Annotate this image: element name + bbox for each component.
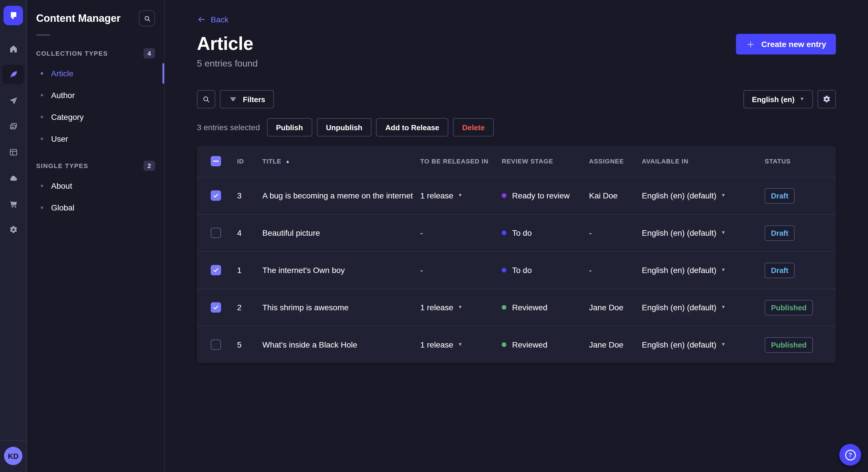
nav-marketplace-icon[interactable]: [2, 194, 24, 213]
chevron-down-icon: ▼: [721, 193, 725, 198]
bullet-icon: [41, 72, 43, 74]
filters-button[interactable]: Filters: [220, 90, 274, 108]
bullet-icon: [41, 116, 43, 118]
create-new-entry-button[interactable]: Create new entry: [736, 34, 836, 55]
nav-home-icon[interactable]: [2, 39, 24, 59]
cell-review-stage: To do: [502, 228, 589, 237]
nav-deploy-icon[interactable]: [2, 168, 24, 188]
nav-rail: KD: [0, 0, 27, 472]
nav-releases-icon[interactable]: [2, 91, 24, 110]
settings-button[interactable]: [817, 90, 836, 108]
cell-available-in[interactable]: English (en) (default)▼: [642, 191, 765, 200]
cell-assignee: Jane Doe: [589, 340, 642, 349]
sidebar-item-article[interactable]: Article: [34, 64, 157, 82]
add-to-release-button[interactable]: Add to Release: [376, 118, 448, 136]
subnav-sections: COLLECTION TYPES 4 ArticleAuthorCategory…: [27, 48, 164, 217]
bullet-icon: [41, 94, 43, 96]
cell-review-stage: Reviewed: [502, 303, 589, 312]
stage-dot-icon: [502, 342, 506, 347]
row-checkbox[interactable]: [211, 191, 221, 201]
indeterminate-dash-icon: [213, 161, 219, 162]
avatar[interactable]: KD: [4, 447, 22, 465]
cell-to-be-released-in[interactable]: 1 release▼: [420, 303, 502, 312]
nav-content-type-builder-icon[interactable]: [2, 142, 24, 162]
entries-count: 5 entries found: [197, 59, 258, 69]
divider: [36, 34, 50, 36]
nav-media-library-icon[interactable]: [2, 116, 24, 136]
cell-id: 4: [237, 228, 262, 237]
locale-select[interactable]: English (en) ▼: [743, 90, 813, 108]
row-checkbox[interactable]: [211, 265, 221, 275]
cell-available-in[interactable]: English (en) (default)▼: [642, 340, 765, 349]
cell-status: Draft: [765, 262, 826, 278]
search-icon: [202, 95, 211, 104]
subnav: Content Manager COLLECTION TYPES 4 Artic…: [27, 0, 165, 472]
column-header-available-in[interactable]: AVAILABLE IN: [642, 158, 765, 165]
cell-to-be-released-in: -: [420, 266, 502, 275]
cell-available-in[interactable]: English (en) (default)▼: [642, 228, 765, 237]
status-badge: Published: [765, 300, 813, 315]
filter-icon: [228, 95, 238, 104]
chevron-down-icon: ▼: [721, 268, 725, 272]
column-header-title[interactable]: TITLE▲: [262, 158, 420, 165]
arrow-left-icon: [197, 15, 206, 24]
sidebar-item-global[interactable]: Global: [34, 198, 157, 217]
publish-button[interactable]: Publish: [267, 118, 312, 136]
selection-actions: PublishUnpublishAdd to ReleaseDelete: [267, 118, 494, 136]
strapi-logo[interactable]: [3, 6, 23, 25]
cell-review-stage: To do: [502, 266, 589, 275]
cell-assignee: Jane Doe: [589, 303, 642, 312]
cell-to-be-released-in[interactable]: 1 release▼: [420, 191, 502, 200]
column-header-to-be-released-in[interactable]: TO BE RELEASED IN: [420, 158, 502, 165]
selection-count: 3 entries selected: [197, 123, 260, 132]
cell-to-be-released-in: -: [420, 228, 502, 237]
sidebar-item-about[interactable]: About: [34, 177, 157, 195]
chevron-down-icon: ▼: [721, 231, 725, 235]
delete-button[interactable]: Delete: [453, 118, 494, 136]
column-header-review-stage[interactable]: REVIEW STAGE: [502, 158, 589, 165]
table-body: 3 A bug is becoming a meme on the intern…: [197, 177, 836, 363]
bullet-icon: [41, 138, 43, 140]
table-row: 5 What's inside a Black Hole 1 release▼ …: [197, 326, 836, 363]
cell-to-be-released-in[interactable]: 1 release▼: [420, 340, 502, 349]
question-mark-icon: ?: [845, 449, 856, 460]
row-checkbox[interactable]: [211, 228, 221, 238]
status-badge: Draft: [765, 262, 795, 278]
entries-table: IDTITLE▲TO BE RELEASED INREVIEW STAGEASS…: [197, 146, 836, 363]
section-label: COLLECTION TYPES: [36, 50, 108, 57]
nav-content-manager-icon[interactable]: [2, 65, 24, 84]
column-header-status[interactable]: STATUS: [765, 158, 826, 165]
cell-title: This shrimp is awesome: [262, 303, 420, 312]
cell-assignee: -: [589, 266, 642, 275]
chevron-down-icon: ▼: [800, 97, 804, 102]
unpublish-button[interactable]: Unpublish: [317, 118, 371, 136]
back-link[interactable]: Back: [197, 15, 228, 24]
bullet-icon: [41, 185, 43, 187]
sidebar-item-author[interactable]: Author: [34, 86, 157, 104]
search-button[interactable]: [139, 10, 155, 26]
chevron-down-icon: ▼: [458, 342, 462, 347]
row-checkbox[interactable]: [211, 302, 221, 312]
stage-dot-icon: [502, 268, 506, 272]
search-entries-button[interactable]: [197, 90, 215, 108]
cell-id: 1: [237, 266, 262, 275]
help-button[interactable]: ?: [839, 444, 861, 466]
sidebar-item-user[interactable]: User: [34, 130, 157, 148]
nav-settings-icon[interactable]: [2, 220, 24, 239]
subnav-section: COLLECTION TYPES 4 ArticleAuthorCategory…: [27, 48, 164, 148]
column-header-id[interactable]: ID: [237, 158, 262, 165]
cell-available-in[interactable]: English (en) (default)▼: [642, 303, 765, 312]
page-title: Article: [197, 34, 258, 53]
sidebar-item-category[interactable]: Category: [34, 108, 157, 126]
status-badge: Published: [765, 337, 813, 352]
status-badge: Draft: [765, 188, 795, 203]
chevron-down-icon: ▼: [458, 305, 462, 310]
cell-review-stage: Reviewed: [502, 340, 589, 349]
bullet-icon: [41, 206, 43, 209]
column-header-assignee[interactable]: ASSIGNEE: [589, 158, 642, 165]
select-all-checkbox[interactable]: [211, 156, 221, 166]
cell-title: A bug is becoming a meme on the internet: [262, 191, 420, 200]
cell-available-in[interactable]: English (en) (default)▼: [642, 266, 765, 275]
stage-dot-icon: [502, 231, 506, 235]
row-checkbox[interactable]: [211, 339, 221, 350]
